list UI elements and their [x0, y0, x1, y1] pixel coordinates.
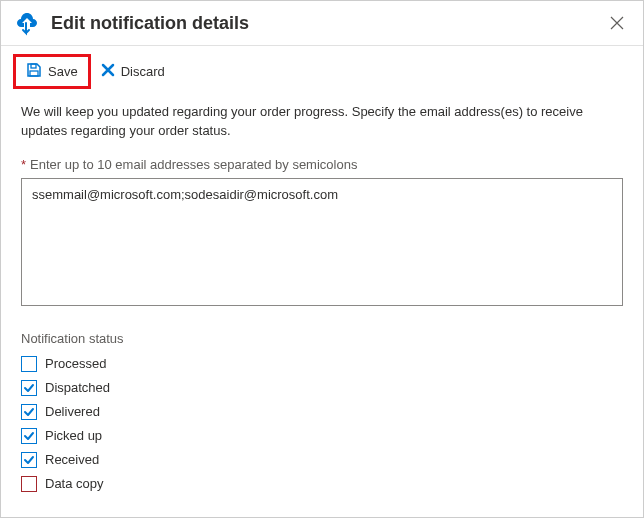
cloud-arrow-icon [13, 9, 41, 37]
notification-status-list: ProcessedDispatchedDeliveredPicked upRec… [21, 356, 623, 492]
checkmark-icon [23, 454, 35, 466]
status-row: Dispatched [21, 380, 623, 396]
discard-button[interactable]: Discard [93, 57, 173, 86]
svg-rect-0 [31, 64, 36, 68]
required-asterisk: * [21, 157, 26, 172]
status-checkbox[interactable] [21, 428, 37, 444]
status-checkbox[interactable] [21, 380, 37, 396]
status-checkbox[interactable] [21, 356, 37, 372]
status-row: Delivered [21, 404, 623, 420]
status-item-label: Dispatched [45, 380, 110, 395]
discard-icon [101, 63, 115, 80]
save-button[interactable]: Save [16, 57, 88, 86]
email-field-label: *Enter up to 10 email addresses separate… [21, 157, 623, 172]
status-row: Picked up [21, 428, 623, 444]
panel-header: Edit notification details [1, 1, 643, 46]
close-icon [610, 16, 624, 30]
status-row: Processed [21, 356, 623, 372]
status-checkbox[interactable] [21, 404, 37, 420]
status-checkbox[interactable] [21, 452, 37, 468]
checkmark-icon [23, 382, 35, 394]
email-addresses-input[interactable] [21, 178, 623, 306]
checkmark-icon [23, 430, 35, 442]
discard-label: Discard [121, 64, 165, 79]
close-button[interactable] [603, 9, 631, 37]
panel-title: Edit notification details [51, 13, 603, 34]
status-item-label: Delivered [45, 404, 100, 419]
content-area: We will keep you updated regarding your … [1, 99, 643, 492]
status-item-label: Data copy [45, 476, 104, 491]
status-item-label: Picked up [45, 428, 102, 443]
status-item-label: Received [45, 452, 99, 467]
status-item-label: Processed [45, 356, 106, 371]
notification-status-label: Notification status [21, 331, 623, 346]
status-row: Data copy [21, 476, 623, 492]
save-highlight: Save [13, 54, 91, 89]
save-label: Save [48, 64, 78, 79]
checkmark-icon [23, 406, 35, 418]
status-checkbox[interactable] [21, 476, 37, 492]
status-row: Received [21, 452, 623, 468]
toolbar: Save Discard [1, 46, 643, 99]
description-text: We will keep you updated regarding your … [21, 103, 623, 141]
save-icon [26, 62, 42, 81]
